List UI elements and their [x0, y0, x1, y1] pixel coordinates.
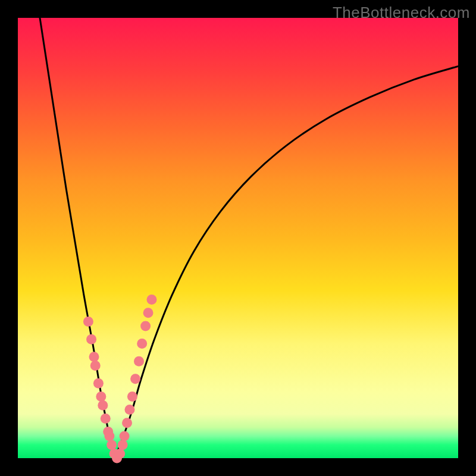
marker-dot [89, 352, 99, 362]
marker-dots-group [83, 295, 157, 463]
marker-dot [115, 449, 125, 459]
marker-dot [93, 378, 104, 389]
marker-dot [86, 334, 96, 345]
plot-area [18, 18, 458, 458]
chart-frame: TheBottleneck.com [0, 0, 476, 476]
marker-dot [127, 392, 137, 402]
marker-dot [130, 374, 140, 384]
marker-dot [124, 405, 134, 415]
curve-layer [18, 18, 458, 458]
marker-dot [83, 317, 93, 327]
marker-dot [146, 295, 156, 305]
marker-dot [137, 339, 147, 349]
marker-dot [118, 440, 128, 450]
marker-dot [90, 361, 101, 371]
curve-right-branch [115, 66, 458, 458]
marker-dot [134, 356, 144, 367]
marker-dot [140, 321, 151, 331]
marker-dot [107, 440, 117, 450]
marker-dot [120, 431, 130, 441]
marker-dot [96, 392, 106, 402]
marker-dot [104, 431, 114, 441]
marker-dot [101, 414, 111, 424]
marker-dot [143, 308, 154, 318]
marker-dot [98, 400, 108, 411]
marker-dot [122, 418, 132, 428]
